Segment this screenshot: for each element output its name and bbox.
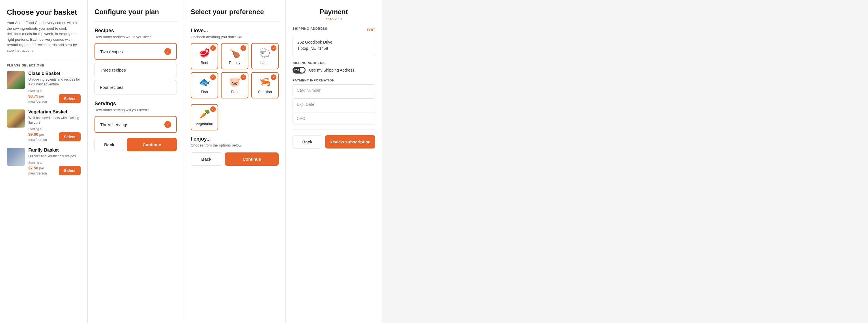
ilove-section-title: I love... [191,28,279,34]
panel4-back-button[interactable]: Back [292,135,322,149]
classic-basket-starting: Starting at [28,89,81,93]
pref-beef-check: ✓ [210,45,216,51]
shipping-edit-button[interactable]: EDIT [367,28,375,32]
vegetarian-price-wrapper: $9.00 per meal/person [28,132,59,142]
choose-basket-panel: Choose your basket Your Acme Food Co. de… [0,0,88,323]
payment-info-title: PAYMENT INFORMATION [292,78,375,82]
panel2-continue-button[interactable]: Continue [127,138,177,151]
family-basket-starting: Starting at [28,161,81,164]
panel3-back-button[interactable]: Back [191,153,222,166]
pref-lamb-check: ✓ [271,45,276,51]
family-basket-select-button[interactable]: Select [59,166,81,175]
recipe-option-three-label: Three recipes [100,68,126,72]
vegetarian-basket-name: Vegetarian Basket [28,109,81,115]
serving-option-three[interactable]: Three servings ✓ [94,116,177,133]
exp-date-field[interactable]: Exp. Date [292,98,375,110]
family-basket-price: $7.50 [28,166,38,170]
beef-icon: 🥩 [199,47,210,58]
shipping-address-line1: 262 Goodlook Drive [297,39,370,45]
pref-vegetarian[interactable]: ✓ 🥕 Vegetarian [191,104,218,130]
select-preference-panel: Select your preference I love... Uncheck… [184,0,286,323]
review-subscription-button[interactable]: Review subscription [325,135,375,149]
toggle-knob [300,68,305,73]
classic-basket-info: Classic Basket Unique ingredients and re… [28,71,81,104]
vegetarian-basket-desc: Well-balanced meals with exciting flavou… [28,116,81,125]
family-basket-info: Family Basket Quicker and kid-friendly r… [28,148,81,175]
payment-fields: Card Number Exp. Date CVC [292,84,375,124]
select-one-label: PLEASE SELECT ONE [7,59,81,67]
classic-basket-price: $8.75 [28,94,38,98]
family-basket-item: Family Basket Quicker and kid-friendly r… [7,148,81,175]
classic-price-wrapper: $8.75 per meal/person [28,94,59,104]
ilove-section-subtitle: Uncheck anything you don't like [191,35,279,39]
pref-fish[interactable]: ✓ 🐟 Fish [191,72,218,98]
veg-row: ✓ 🥕 Vegetarian [191,104,279,130]
lamb-icon: 🐑 [259,47,271,58]
panel3-continue-button[interactable]: Continue [225,153,279,166]
vegetarian-basket-info: Vegetarian Basket Well-balanced meals wi… [28,109,81,142]
pref-poultry[interactable]: ✓ 🍗 Poultry [221,43,248,69]
classic-basket-desc: Unique ingredients and recipes for a cul… [28,77,81,87]
family-basket-name: Family Basket [28,148,81,153]
pref-shellfish[interactable]: ✓ 🦐 Shellfish [251,72,279,98]
pref-vegetarian-check: ✓ [210,106,216,112]
recipes-section-title: Recipes [94,28,177,34]
family-price-wrapper: $7.50 per meal/person [28,165,59,175]
poultry-label: Poultry [229,61,240,65]
cvc-field[interactable]: CVC [292,112,375,124]
panel4-btn-row: Back Review subscription [292,135,375,149]
pref-beef[interactable]: ✓ 🥩 Beef [191,43,218,69]
shipping-address-title: SHIPPING ADDRESS [292,27,327,30]
family-basket-desc: Quicker and kid-friendly recipes [28,154,81,159]
payment-divider [292,130,375,130]
billing-toggle[interactable]: YES [292,67,306,73]
shipping-address-box: 262 Goodlook Drive Tiptop, NE 71458 [292,35,375,56]
recipe-option-two[interactable]: Two recipes ✓ [94,43,177,60]
ienjoy-section-title: I enjoy... [191,136,279,142]
panel3-divider [191,21,279,22]
vegetarian-icon: 🥕 [199,108,210,119]
vegetarian-basket-starting: Starting at [28,127,81,131]
servings-section-subtitle: How many serving will you need? [94,108,177,112]
vegetarian-basket-select-button[interactable]: Select [59,132,81,141]
classic-basket-select-button[interactable]: Select [59,94,81,103]
panel1-title: Choose your basket [7,8,81,17]
pref-fish-check: ✓ [210,74,216,80]
pork-icon: 🐷 [229,77,241,87]
configure-plan-panel: Configure your plan Recipes How many rec… [88,0,184,323]
serving-option-three-label: Three servings [100,122,128,127]
fish-icon: 🐟 [199,77,210,87]
preference-grid: ✓ 🥩 Beef ✓ 🍗 Poultry ✓ 🐑 Lamb ✓ 🐟 Fish ✓… [191,43,279,98]
family-price-row: $7.50 per meal/person Select [28,165,81,175]
pref-shellfish-check: ✓ [271,74,276,80]
recipe-option-three[interactable]: Three recipes [94,63,177,77]
pork-label: Pork [231,90,239,94]
shellfish-label: Shellfish [258,90,272,94]
pref-poultry-check: ✓ [241,45,246,51]
vegetarian-basket-item: Vegetarian Basket Well-balanced meals wi… [7,109,81,142]
classic-price-row: $8.75 per meal/person Select [28,94,81,104]
classic-basket-name: Classic Basket [28,71,81,76]
classic-basket-image [7,71,25,89]
pref-pork[interactable]: ✓ 🐷 Pork [221,72,248,98]
panel4-step-info: Step 2 / 3 [292,17,375,21]
classic-basket-item: Classic Basket Unique ingredients and re… [7,71,81,104]
billing-toggle-row: YES Use my Shipping Address [292,67,375,73]
pref-pork-check: ✓ [241,74,246,80]
family-basket-image [7,148,25,166]
servings-section: Servings How many serving will you need?… [94,101,177,133]
ienjoy-section-subtitle: Choose from the options below [191,143,279,148]
beef-label: Beef [200,61,208,65]
panel3-btn-row: Back Continue [191,153,279,166]
panel2-back-button[interactable]: Back [94,138,124,151]
panel1-subtitle: Your Acme Food Co. delivery comes with a… [7,20,81,53]
shellfish-icon: 🦐 [259,77,271,87]
recipe-option-two-check: ✓ [164,48,171,55]
pref-lamb[interactable]: ✓ 🐑 Lamb [251,43,279,69]
shipping-address-line2: Tiptop, NE 71458 [297,45,370,52]
panel4-title: Payment [292,8,375,16]
panel2-title: Configure your plan [94,8,177,16]
recipe-option-four[interactable]: Four recipes [94,80,177,94]
card-number-field[interactable]: Card Number [292,84,375,96]
vegetarian-basket-price: $9.00 [28,132,38,137]
